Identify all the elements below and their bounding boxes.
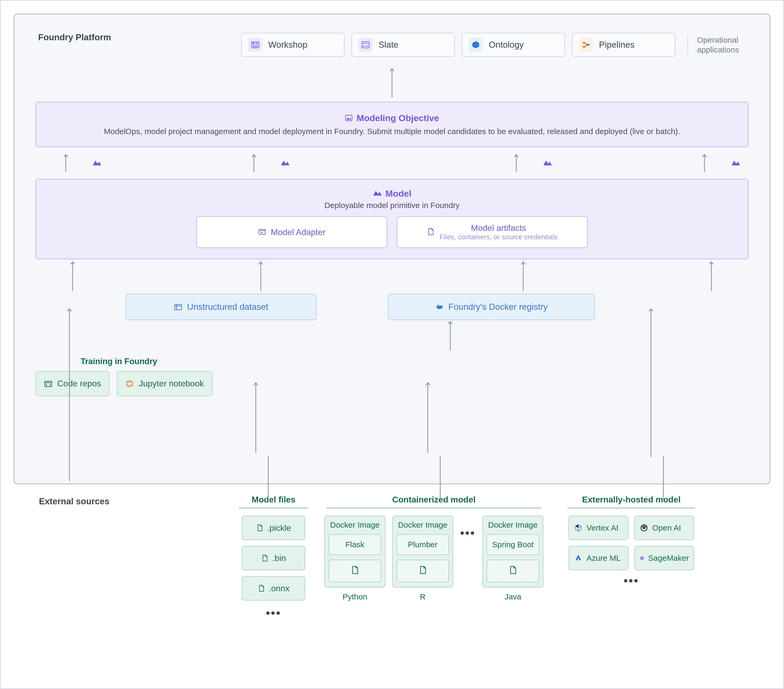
document-icon <box>261 554 268 562</box>
arrow-up-icon <box>425 381 431 458</box>
app-ontology: Ontology <box>462 33 565 57</box>
arrow-up-icon <box>513 153 519 173</box>
arrow-up-icon <box>69 260 76 292</box>
arrow-up-icon <box>66 308 72 482</box>
app-pipelines-label: Pipelines <box>599 40 634 50</box>
ellipsis: ••• <box>460 516 476 539</box>
arrow-up-icon <box>389 67 395 99</box>
model-panel: Model Deployable model primitive in Foun… <box>36 179 748 259</box>
file-onnx-card: .onnx <box>242 576 305 600</box>
foundry-platform-panel: Foundry Platform Workshop Slate Ontology… <box>14 14 770 484</box>
externally-hosted-model-group: Externally-hosted model Vertex AI Open A… <box>565 495 698 587</box>
document-icon <box>418 566 427 574</box>
model-adapter-label: Model Adapter <box>271 227 326 237</box>
arrow-cell <box>494 147 552 179</box>
file-bin-card: .bin <box>242 546 305 570</box>
modeling-objective-panel: Modeling Objective ModelOps, model proje… <box>36 102 748 147</box>
app-workshop: Workshop <box>241 33 344 57</box>
openai-card: Open AI <box>634 516 694 540</box>
arrow-up-icon <box>520 260 526 292</box>
docker-image-box: Docker Image Flask <box>324 516 385 587</box>
vertex-ai-icon <box>574 523 583 533</box>
model-code-icon <box>258 228 266 237</box>
mountain-icon <box>731 158 741 168</box>
code-icon <box>44 380 53 388</box>
mountain-icon <box>92 158 102 168</box>
arrow-line <box>265 456 272 501</box>
framework-label: Flask <box>329 534 381 555</box>
mountain-icon <box>280 158 290 168</box>
mountain-icon <box>373 188 382 199</box>
model-artifacts-title: Model artifacts <box>440 223 557 233</box>
jupyter-notebook-card: Jupyter notebook <box>117 371 212 396</box>
language-label: Python <box>343 592 367 601</box>
app-pipelines: Pipelines <box>572 33 675 57</box>
model-subtitle: Deployable model primitive in Foundry <box>52 201 732 210</box>
document-icon <box>427 228 435 237</box>
document-icon <box>351 566 359 574</box>
pipelines-icon <box>579 38 593 52</box>
language-label: R <box>420 592 426 601</box>
language-label: Java <box>504 592 521 601</box>
arrow-line <box>437 456 443 501</box>
arrow-up-icon <box>63 153 69 173</box>
ext-label: SageMaker <box>648 554 689 562</box>
arrow-up-icon <box>253 381 259 458</box>
ext-label: Vertex AI <box>586 523 618 533</box>
image-icon <box>345 114 353 122</box>
azure-ml-card: Azure ML <box>568 546 628 570</box>
model-artifacts-card: Model artifacts Files, containers, or so… <box>397 216 588 248</box>
platform-title: Foundry Platform <box>38 32 111 43</box>
model-artifacts-subtitle: Files, containers, or source credentials <box>440 233 557 241</box>
external-sources-row: External sources Model files .pickle .bi… <box>14 495 770 620</box>
azure-icon <box>574 554 583 562</box>
unstructured-dataset-card: Unstructured dataset <box>126 294 316 320</box>
workshop-icon <box>248 38 262 52</box>
operational-apps-row: Workshop Slate Ontology Pipelines Operat… <box>36 33 748 57</box>
ellipsis: ••• <box>624 574 639 587</box>
arrow-cell <box>682 147 741 179</box>
docker-image-label: Docker Image <box>487 520 539 529</box>
slate-icon <box>358 38 373 52</box>
file-label: .onnx <box>269 584 290 593</box>
docker-registry-card: Foundry's Docker registry <box>388 294 595 320</box>
model-adapter-card: Model Adapter <box>196 216 387 248</box>
arrow-up-icon <box>648 308 654 459</box>
docker-col-java: Docker Image Spring Boot Java <box>483 516 544 601</box>
jupyter-icon <box>125 380 134 388</box>
app-ontology-label: Ontology <box>489 40 524 50</box>
externally-hosted-title: Externally-hosted model <box>568 495 695 508</box>
model-title-text: Model <box>385 188 411 199</box>
file-label: .pickle <box>267 523 291 533</box>
dataset-icon <box>174 303 182 311</box>
ext-label: Azure ML <box>586 554 621 562</box>
app-slate-label: Slate <box>379 40 399 50</box>
containerized-model-group: Containerized model Docker Image Flask P… <box>324 495 544 601</box>
document-icon <box>256 524 264 531</box>
jupyter-notebook-label: Jupyter notebook <box>138 379 204 388</box>
framework-label: Spring Boot <box>487 534 539 555</box>
docker-registry-label: Foundry's Docker registry <box>448 302 548 312</box>
app-slate: Slate <box>351 33 455 57</box>
document-icon <box>508 566 517 574</box>
file-pickle-card: .pickle <box>242 516 305 540</box>
ext-label: Open AI <box>652 523 681 533</box>
arrow-up-icon <box>258 260 264 292</box>
arrow-up-icon <box>251 153 257 173</box>
arrow-cell <box>43 147 102 179</box>
modeling-objective-title-text: Modeling Objective <box>356 113 439 123</box>
modeling-objective-desc: ModelOps, model project management and m… <box>52 127 732 136</box>
docker-col-r: Docker Image Plumber R <box>392 516 453 601</box>
operational-applications-label: Operational applications <box>687 35 748 55</box>
arrow-up-icon <box>701 153 708 173</box>
arrow-cell <box>232 147 290 179</box>
model-title: Model <box>52 188 732 199</box>
arrow-up-icon <box>708 260 715 292</box>
external-sources-label: External sources <box>14 495 236 506</box>
arrow-cell <box>494 259 552 294</box>
docker-image-box: Docker Image Plumber <box>392 516 453 587</box>
file-label: .bin <box>272 553 286 563</box>
docker-image-label: Docker Image <box>329 520 381 529</box>
sagemaker-card: SageMaker <box>634 546 694 570</box>
model-file-placeholder <box>397 560 449 582</box>
